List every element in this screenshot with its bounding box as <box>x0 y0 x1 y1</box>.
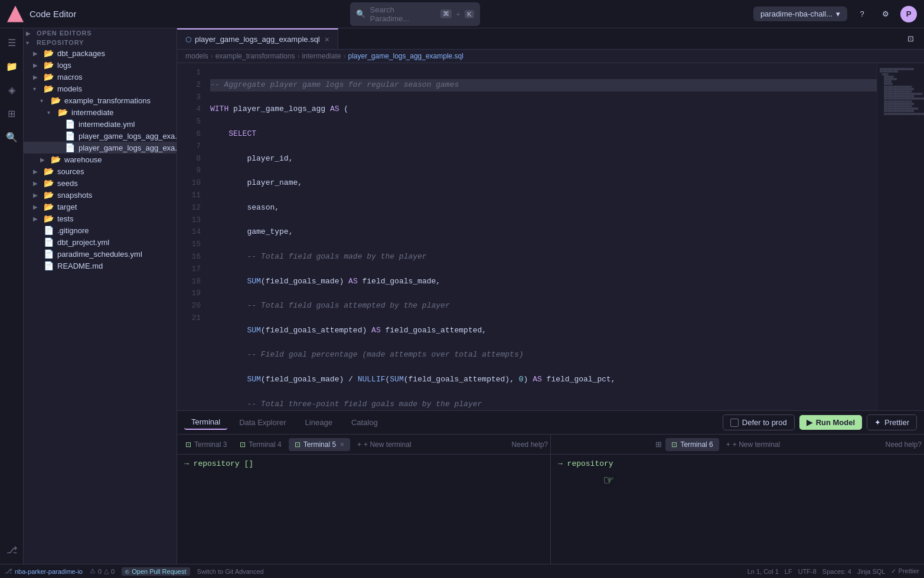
editor-tab-active[interactable]: ⬡ player_game_logs_agg_example.sql × <box>177 28 338 49</box>
terminal-tab-6[interactable]: ⊡ Terminal 6 <box>665 438 719 451</box>
terminal-tab-3[interactable]: ⊡ Terminal 3 <box>179 438 233 451</box>
file-icon: 📄 <box>44 226 54 235</box>
tab-terminal[interactable]: Terminal <box>184 415 227 430</box>
activity-search-icon[interactable]: 🔍 <box>2 128 21 146</box>
terminal-body-left[interactable]: → repository [] <box>177 455 550 564</box>
sidebar-label: player_game_logs_agg_exa... <box>79 132 177 141</box>
plus-icon: + <box>726 440 730 449</box>
status-encoding[interactable]: UTF-8 <box>798 567 817 575</box>
sidebar-item-target[interactable]: ▶ 📂 target <box>24 201 177 213</box>
breadcrumb-intermediate[interactable]: intermediate <box>302 52 341 60</box>
git-branch-icon: ⎇ <box>5 567 12 575</box>
status-right: Ln 1, Col 1 LF UTF-8 Spaces: 4 Jinja SQL… <box>747 567 919 575</box>
sidebar-item-readme[interactable]: ▶ 📄 README.md <box>24 260 177 272</box>
sidebar-item-player-game-logs1[interactable]: ▶ 📄 player_game_logs_agg_exa... <box>24 130 177 142</box>
sidebar-item-models[interactable]: ▾ 📂 models <box>24 83 177 94</box>
mouse-cursor: ☞ <box>604 471 613 490</box>
prettier-label: Prettier <box>884 418 909 427</box>
terminal-body-right[interactable]: → repository ☞ <box>551 455 924 564</box>
status-prettier[interactable]: ✓ Prettier <box>891 567 919 575</box>
sidebar-item-warehouse[interactable]: ▶ 📂 warehouse <box>24 154 177 165</box>
help-icon[interactable]: ? <box>853 5 871 23</box>
sidebar-item-intermediate-yml[interactable]: ▶ 📄 intermediate.yml <box>24 118 177 130</box>
new-terminal-right-btn[interactable]: + + New terminal <box>721 438 785 451</box>
status-open-pr[interactable]: ⎋ Open Pull Request <box>122 567 190 576</box>
breadcrumb-example-transformations[interactable]: example_transformations <box>216 52 295 60</box>
avatar[interactable]: P <box>900 6 917 22</box>
sidebar-item-seeds[interactable]: ▶ 📂 seeds <box>24 177 177 189</box>
search-kbd1: ⌘ <box>440 9 452 18</box>
editor-toolbar: Terminal Data Explorer Lineage Catalog D… <box>177 410 924 434</box>
terminal-tab-close[interactable]: × <box>340 440 344 449</box>
sidebar-label: dbt_packages <box>57 49 105 58</box>
breadcrumb-models[interactable]: models <box>185 52 208 60</box>
sidebar-item-gitignore[interactable]: ▶ 📄 .gitignore <box>24 224 177 236</box>
run-model-btn[interactable]: ▶ Run Model <box>799 415 862 430</box>
terminal-tab-4[interactable]: ⊡ Terminal 4 <box>234 438 287 451</box>
activity-menu-icon[interactable]: ☰ <box>2 33 21 52</box>
tab-data-explorer[interactable]: Data Explorer <box>232 416 293 429</box>
sidebar-repository[interactable]: ▾ REPOSITORY <box>24 38 177 47</box>
folder-icon: 📂 <box>44 48 54 58</box>
search-bar[interactable]: 🔍 Search Paradime... ⌘ + K <box>350 2 480 26</box>
sidebar-item-paradime-schedules[interactable]: ▶ 📄 paradime_schedules.yml <box>24 248 177 260</box>
sidebar-item-macros[interactable]: ▶ 📂 macros <box>24 71 177 83</box>
status-lang[interactable]: Jinja SQL <box>857 567 886 575</box>
file-active-icon: 📄 <box>65 143 75 152</box>
sidebar-label: seeds <box>57 179 78 188</box>
prettier-btn[interactable]: ✦ Prettier <box>867 414 917 430</box>
topbar: Code Editor 🔍 Search Paradime... ⌘ + K p… <box>0 0 924 28</box>
status-spaces[interactable]: Spaces: 4 <box>822 567 851 575</box>
sidebar-item-snapshots[interactable]: ▶ 📂 snapshots <box>24 189 177 201</box>
defer-checkbox[interactable] <box>730 419 739 427</box>
chevron-icon: ▶ <box>40 156 48 163</box>
play-icon: ▶ <box>807 418 812 427</box>
status-git-advanced[interactable]: Switch to Git Advanced <box>197 568 264 575</box>
code-content[interactable]: -- Aggregate player game logs for regula… <box>205 63 877 410</box>
activity-explorer-icon[interactable]: 📁 <box>2 57 21 76</box>
status-branch[interactable]: ⎇ nba-parker-paradime-io <box>5 567 83 575</box>
status-lf[interactable]: LF <box>785 567 792 575</box>
code-area: 12345 678910 1112131415 1617181920 21 --… <box>177 63 924 410</box>
sidebar-item-sources[interactable]: ▶ 📂 sources <box>24 165 177 177</box>
need-help-left[interactable]: Need help? <box>512 440 548 449</box>
sidebar-item-dbt-packages[interactable]: ▶ 📂 dbt_packages <box>24 47 177 59</box>
panel-split-icon[interactable]: ⊞ <box>652 440 664 449</box>
search-icon: 🔍 <box>356 9 365 18</box>
chevron-icon: ▶ <box>33 62 41 68</box>
activity-files-icon[interactable]: ⊞ <box>2 104 21 123</box>
status-warnings[interactable]: ⚠ 0 △ 0 <box>90 567 115 575</box>
terminal-tab-5[interactable]: ⊡ Terminal 5 × <box>289 438 350 451</box>
editor-split-icon[interactable]: ⊡ <box>902 30 919 48</box>
file-icon: 📄 <box>44 261 54 270</box>
sidebar-open-editors[interactable]: ▶ OPEN EDITORS <box>24 28 177 38</box>
search-placeholder: Search Paradime... <box>370 5 436 23</box>
tab-catalog[interactable]: Catalog <box>344 416 385 429</box>
branch-selector[interactable]: paradime-nba-chall... ▾ <box>753 6 847 21</box>
main-layout: ☰ 📁 ◈ ⊞ 🔍 ⎇ ▶ OPEN EDITORS ▾ REPOSITORY … <box>0 28 924 564</box>
sidebar-label: dbt_project.yml <box>57 238 109 247</box>
sidebar-item-player-game-logs2[interactable]: ▶ 📄 player_game_logs_agg_exa... <box>24 142 177 154</box>
defer-to-prod-btn[interactable]: Defer to prod <box>723 414 795 430</box>
settings-icon[interactable]: ⚙ <box>877 5 894 23</box>
breadcrumb-sep1: › <box>211 52 213 60</box>
need-help-right[interactable]: Need help? <box>886 440 922 449</box>
new-terminal-label: + New terminal <box>733 440 780 449</box>
folder-icon: 📂 <box>44 166 54 176</box>
sidebar-item-example-transformations[interactable]: ▾ 📂 example_transformations <box>24 94 177 106</box>
activity-source-control-icon[interactable]: ◈ <box>2 80 21 99</box>
sidebar-label: warehouse <box>64 155 102 164</box>
prettier-icon: ✦ <box>874 418 881 427</box>
sidebar-item-logs[interactable]: ▶ 📂 logs <box>24 59 177 71</box>
status-position[interactable]: Ln 1, Col 1 <box>747 567 779 575</box>
breadcrumb-file[interactable]: player_game_logs_agg_example.sql <box>348 52 463 60</box>
sidebar-item-dbt-project-yml[interactable]: ▶ 📄 dbt_project.yml <box>24 236 177 248</box>
sidebar-item-intermediate[interactable]: ▾ 📂 intermediate <box>24 106 177 118</box>
activity-git-icon[interactable]: ⎇ <box>2 540 21 559</box>
tab-lineage[interactable]: Lineage <box>298 416 339 429</box>
terminal-icon: ⊡ <box>185 440 191 449</box>
tab-close-icon[interactable]: × <box>325 35 329 44</box>
sidebar-item-tests[interactable]: ▶ 📂 tests <box>24 213 177 224</box>
line-numbers: 12345 678910 1112131415 1617181920 21 <box>177 63 205 410</box>
new-terminal-left-btn[interactable]: + + New terminal <box>352 438 416 451</box>
